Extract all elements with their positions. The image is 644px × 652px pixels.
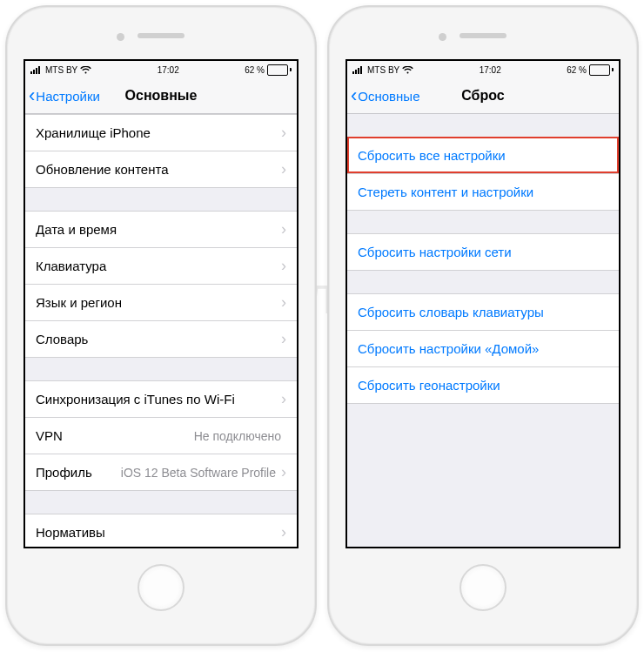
phone-right: MTS BY 17:02 62 % ‹ Основные [327,5,639,646]
row-label: Язык и регион [36,295,281,310]
row-erase-all[interactable]: Стереть контент и настройки [347,173,619,211]
row-date-time[interactable]: Дата и время › [25,211,297,247]
chevron-right-icon: › [281,390,286,408]
row-dictionary[interactable]: Словарь › [25,320,297,358]
battery-icon [267,64,292,76]
chevron-right-icon: › [281,463,286,481]
row-label: Стереть контент и настройки [358,185,608,199]
row-reset-all-settings[interactable]: Сбросить все настройки [347,137,619,173]
earpiece-icon [138,33,184,38]
screen-right: MTS BY 17:02 62 % ‹ Основные [345,59,621,548]
wifi-icon [80,66,91,74]
row-vpn[interactable]: VPN Не подключено [25,417,297,454]
nav-header: ‹ Настройки Основные [25,78,297,114]
earpiece-icon [460,33,506,38]
back-button[interactable]: ‹ Основные [351,86,420,105]
chevron-right-icon: › [281,523,286,541]
row-label: Дата и время [36,222,281,237]
screen-left: MTS BY 17:02 62 % ‹ Настройк [23,59,299,548]
row-keyboard[interactable]: Клавиатура › [25,247,297,284]
row-reset-location[interactable]: Сбросить геонастройки [347,366,619,404]
row-value: iOS 12 Beta Software Profile [121,466,276,480]
row-value: Не подключено [194,429,281,443]
battery-icon [589,64,614,76]
row-regulatory[interactable]: Нормативы › [25,514,297,547]
row-label: VPN [36,428,194,443]
signal-icon [352,65,365,74]
chevron-right-icon: › [281,160,286,178]
svg-rect-1 [33,70,35,74]
front-camera-icon [439,33,446,41]
battery-percent: 62 % [245,65,265,75]
row-label: Словарь [36,332,281,346]
svg-rect-2 [36,68,37,74]
front-camera-icon [117,33,124,41]
home-button[interactable] [460,564,506,611]
svg-rect-7 [360,66,362,74]
signal-icon [30,65,43,74]
svg-rect-5 [355,70,357,74]
chevron-right-icon: › [281,220,286,239]
settings-list[interactable]: Хранилище iPhone › Обновление контента ›… [25,114,297,547]
chevron-left-icon: ‹ [351,86,357,105]
battery-percent: 62 % [567,65,587,75]
row-label: Сбросить все настройки [358,148,608,163]
back-button[interactable]: ‹ Настройки [29,86,100,105]
chevron-right-icon: › [281,124,286,142]
chevron-left-icon: ‹ [29,86,35,105]
svg-rect-6 [358,68,359,74]
row-background-refresh[interactable]: Обновление контента › [25,151,297,188]
row-itunes-wifi-sync[interactable]: Синхронизация с iTunes по Wi-Fi › [25,380,297,417]
chevron-right-icon: › [281,293,286,312]
back-label: Основные [358,89,419,104]
home-button[interactable] [138,564,184,611]
carrier-label: MTS BY [45,65,77,75]
row-reset-home-layout[interactable]: Сбросить настройки «Домой» [347,330,619,366]
svg-rect-3 [38,66,40,74]
carrier-label: MTS BY [367,65,399,75]
row-label: Нормативы [36,525,281,540]
status-bar: MTS BY 17:02 62 % [25,61,297,78]
row-label: Сбросить настройки сети [358,245,608,259]
row-profile[interactable]: Профиль iOS 12 Beta Software Profile › [25,454,297,491]
row-label: Сбросить настройки «Домой» [358,341,608,356]
row-storage[interactable]: Хранилище iPhone › [25,114,297,151]
wifi-icon [402,66,413,74]
back-label: Настройки [36,89,100,104]
row-label: Хранилище iPhone [36,125,281,140]
chevron-right-icon: › [281,257,286,275]
page-title: Основные [125,88,198,104]
row-label: Профиль [36,465,121,480]
chevron-right-icon: › [281,330,286,348]
status-bar: MTS BY 17:02 62 % [347,61,619,78]
phone-left: MTS BY 17:02 62 % ‹ Настройк [5,5,317,646]
row-reset-network[interactable]: Сбросить настройки сети [347,233,619,271]
status-time: 17:02 [480,65,501,75]
status-time: 17:02 [158,65,179,75]
row-label: Сбросить геонастройки [358,378,608,393]
row-label: Клавиатура [36,259,281,273]
row-label: Синхронизация с iTunes по Wi-Fi [36,392,281,407]
reset-list[interactable]: Сбросить все настройки Стереть контент и… [347,114,619,547]
row-label: Обновление контента [36,162,281,177]
row-label: Сбросить словарь клавиатуры [358,305,608,319]
svg-rect-0 [30,71,32,74]
page-title: Сброс [461,88,504,104]
svg-rect-4 [352,71,354,74]
row-language-region[interactable]: Язык и регион › [25,284,297,320]
nav-header: ‹ Основные Сброс [347,78,619,114]
row-reset-keyboard-dict[interactable]: Сбросить словарь клавиатуры [347,293,619,330]
